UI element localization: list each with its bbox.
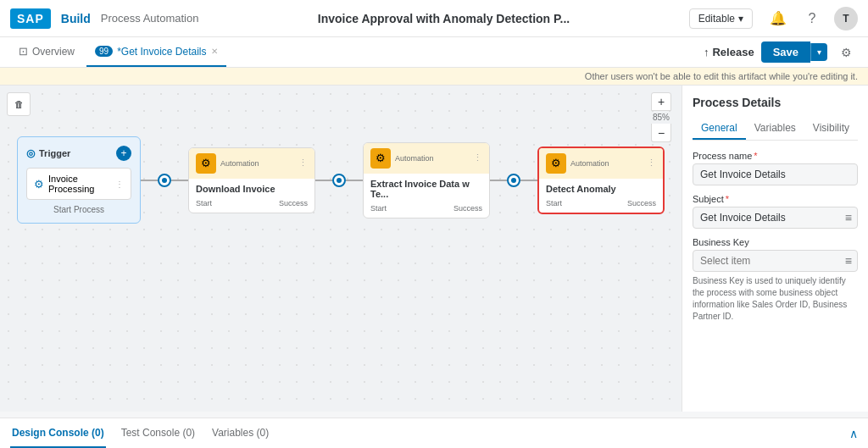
subject-field-button[interactable]: ≡ <box>840 211 857 224</box>
info-bar: Other users won't be able to edit this a… <box>0 68 868 86</box>
start-label: Start <box>196 199 212 207</box>
save-dropdown-button[interactable]: ▾ <box>810 43 827 61</box>
process-name-label: Process name * <box>693 151 858 161</box>
upload-icon: ↑ <box>704 46 709 58</box>
start-label: Start <box>370 204 387 213</box>
subject-input[interactable] <box>693 207 840 228</box>
automation-header-left: ⚙ Automation <box>196 153 259 174</box>
release-button[interactable]: ↑ Release <box>704 46 754 58</box>
automation-type-label: Automation <box>395 154 434 163</box>
editable-label: Editable <box>698 13 735 25</box>
save-btn-group: Save ▾ <box>761 41 827 63</box>
trigger-block[interactable]: ◎ Trigger + ⚙ Invoice Processing ⋮ Start… <box>17 136 141 224</box>
help-icon[interactable]: ? <box>800 7 824 30</box>
trigger-item-menu-icon[interactable]: ⋮ <box>115 180 124 189</box>
panel-title: Process Details <box>693 96 858 109</box>
business-key-field-button[interactable]: ≡ <box>840 254 857 268</box>
tab-overview-label: Overview <box>32 46 75 58</box>
add-trigger-button[interactable]: + <box>116 146 131 161</box>
sidebar-item-overview[interactable]: ⊡ Overview <box>10 37 83 67</box>
settings-icon[interactable]: ⚙ <box>834 41 858 64</box>
flow-circle[interactable] <box>507 174 520 187</box>
canvas[interactable]: 🗑 + 85% − ◎ Trigger + ⚙ <box>0 86 682 412</box>
trigger-label: Trigger <box>39 148 70 158</box>
automation-block-extract-invoice[interactable]: ⚙ Automation ⋮ Extract Invoice Data w Te… <box>363 142 490 218</box>
automation-header: ⚙ Automation ⋮ <box>539 148 663 179</box>
canvas-toolbar: 🗑 <box>7 92 31 116</box>
zoom-controls: + 85% − <box>651 92 671 142</box>
chevron-up-icon[interactable]: ∧ <box>849 427 858 440</box>
success-label: Success <box>279 199 308 207</box>
top-header: SAP Build Process Automation Invoice App… <box>0 0 868 37</box>
flow-circle[interactable] <box>158 174 171 187</box>
process-flow: ◎ Trigger + ⚙ Invoice Processing ⋮ Start… <box>17 136 665 224</box>
page-title: Invoice Approval with Anomaly Detection … <box>205 12 682 25</box>
close-icon[interactable]: ✕ <box>211 47 218 56</box>
automation-name: Extract Invoice Data w Te... <box>364 174 489 201</box>
panel-tabs: General Variables Visibility <box>693 118 858 141</box>
automation-name: Detect Anomaly <box>539 179 663 196</box>
chevron-down-icon: ▾ <box>738 13 743 25</box>
tab-general[interactable]: General <box>693 118 746 140</box>
release-label: Release <box>712 46 754 58</box>
subject-field-group: Subject * ≡ <box>693 194 858 229</box>
undo-icon[interactable]: 🗑 <box>7 92 31 116</box>
process-name-input[interactable]: Get Invoice Details <box>693 163 858 185</box>
automation-icon: ⚙ <box>546 153 566 174</box>
bottom-tabs: Design Console (0) Test Console (0) Vari… <box>0 418 868 448</box>
automation-menu-icon[interactable]: ⋮ <box>473 152 482 163</box>
automation-footer: Start Success <box>539 196 663 213</box>
trigger-title: ◎ Trigger <box>26 147 70 159</box>
business-key-field-group: Business Key ≡ Business Key is used to u… <box>693 237 858 323</box>
automation-header-left: ⚙ Automation <box>370 148 434 169</box>
tab-variables[interactable]: Variables <box>746 118 804 140</box>
editable-dropdown[interactable]: Editable ▾ <box>689 8 753 29</box>
automation-footer: Start Success <box>189 196 314 213</box>
flow-line <box>346 180 363 181</box>
tab-visibility[interactable]: Visibility <box>804 118 858 140</box>
success-label: Success <box>453 204 482 213</box>
success-label: Success <box>627 199 656 207</box>
automation-menu-icon[interactable]: ⋮ <box>647 158 656 169</box>
trigger-item-icon: ⚙ <box>34 178 44 191</box>
tab-bar-right: ↑ Release Save ▾ ⚙ <box>704 41 858 64</box>
automation-block-detect-anomaly[interactable]: ⚙ Automation ⋮ Detect Anomaly Start Succ… <box>537 147 665 214</box>
main-area: 🗑 + 85% − ◎ Trigger + ⚙ <box>0 86 868 412</box>
save-button[interactable]: Save <box>761 41 810 63</box>
process-name-field-group: Process name * Get Invoice Details <box>693 151 858 185</box>
flow-circle[interactable] <box>332 174 346 187</box>
trigger-icon: ◎ <box>26 147 35 159</box>
tab-get-invoice-label: *Get Invoice Details <box>117 46 206 58</box>
flow-line <box>490 180 507 181</box>
app-subtitle: Process Automation <box>101 12 199 25</box>
automation-block-download-invoice[interactable]: ⚙ Automation ⋮ Download Invoice Start Su… <box>188 147 315 213</box>
automation-menu-icon[interactable]: ⋮ <box>298 158 308 169</box>
business-key-input-wrapper: ≡ <box>693 250 858 272</box>
header-icons: 🔔 ? T <box>766 7 858 30</box>
tab-get-invoice-details[interactable]: 99 *Get Invoice Details ✕ <box>86 37 226 67</box>
user-avatar[interactable]: T <box>834 7 858 30</box>
automation-type-label: Automation <box>570 159 609 168</box>
tab-variables-bottom[interactable]: Variables (0) <box>210 418 270 448</box>
flow-connector-2 <box>315 174 363 187</box>
flow-connector-1 <box>141 174 188 187</box>
business-key-input[interactable] <box>693 251 840 271</box>
automation-type-label: Automation <box>220 159 259 168</box>
required-indicator: * <box>726 194 729 204</box>
flow-line <box>315 180 332 181</box>
zoom-level: 85% <box>653 111 670 124</box>
process-details-panel: Process Details General Variables Visibi… <box>682 86 868 412</box>
tab-design-console[interactable]: Design Console (0) <box>10 418 106 448</box>
required-indicator: * <box>754 151 757 161</box>
automation-header: ⚙ Automation ⋮ <box>364 143 489 174</box>
flow-line <box>520 180 537 181</box>
flow-connector-3 <box>490 174 537 187</box>
notifications-icon[interactable]: 🔔 <box>766 7 790 30</box>
trigger-item[interactable]: ⚙ Invoice Processing ⋮ <box>26 168 131 200</box>
automation-icon: ⚙ <box>196 153 216 174</box>
subject-label: Subject * <box>693 194 858 204</box>
business-key-label: Business Key <box>693 237 858 247</box>
overview-icon: ⊡ <box>19 45 28 58</box>
zoom-in-button[interactable]: + <box>651 92 671 111</box>
tab-test-console[interactable]: Test Console (0) <box>120 418 197 448</box>
